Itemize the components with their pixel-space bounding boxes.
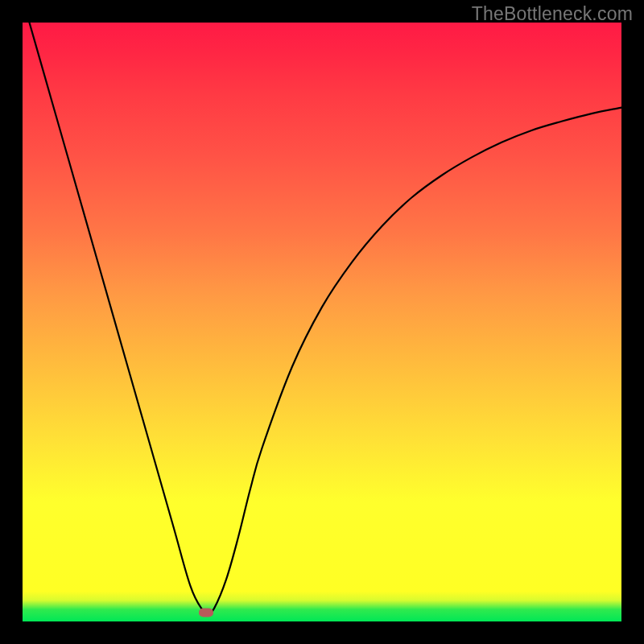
watermark-text: TheBottleneck.com — [472, 3, 633, 25]
chart-frame: TheBottleneck.com — [0, 0, 644, 644]
minimum-marker — [199, 608, 213, 617]
plot-area — [23, 23, 621, 621]
curve-svg — [23, 23, 621, 621]
curve-line — [23, 0, 621, 613]
